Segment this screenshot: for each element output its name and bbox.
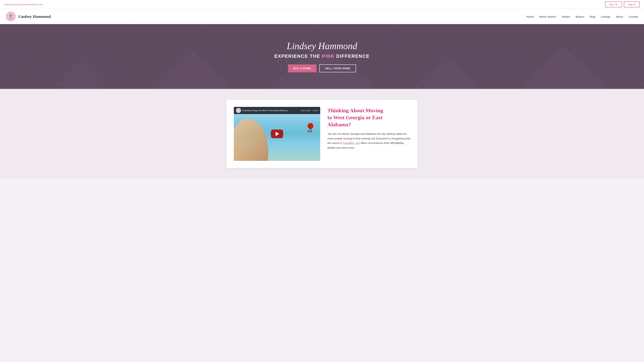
heading-line1: Thinking About Moving: [328, 107, 383, 113]
sign-in-button[interactable]: Sign In: [624, 1, 640, 7]
nav-home-search[interactable]: Home Search: [539, 15, 556, 18]
text-section: Thinking About Moving to West Georgia or…: [328, 107, 410, 150]
heading-line3: Alabama?: [328, 121, 351, 127]
main-content: Surprising Things You MUST Know Before M…: [0, 89, 644, 179]
hero-buttons: BUY A HOME SELL YOUR HOME: [274, 64, 370, 72]
hero-tagline: EXPERIENCE THE PINK DIFFERENCE: [274, 53, 370, 59]
nav-blog[interactable]: Blog: [590, 15, 596, 18]
logo-icon: [6, 11, 16, 21]
video-map-area: GA: [308, 123, 313, 133]
nav-home[interactable]: Home: [526, 15, 534, 18]
share-label[interactable]: Share: [313, 109, 318, 112]
video-channel-avatar: [236, 108, 241, 113]
heading-line2: to West Georgia or East: [328, 114, 382, 120]
tagline-pink: PINK: [322, 53, 334, 59]
tagline-prefix: EXPERIENCE THE: [274, 53, 322, 59]
svg-point-0: [9, 14, 12, 17]
carrollton-link[interactable]: Carrollton, GA: [343, 141, 360, 144]
logo-svg: [8, 13, 14, 20]
video-title: Surprising Things You MUST Know Before M…: [242, 109, 299, 112]
nav-listings[interactable]: Listings: [601, 15, 610, 18]
nav-buyers[interactable]: Buyers: [576, 15, 584, 18]
map-ga-label: GA: [308, 130, 313, 133]
video-controls: Watch later Share: [300, 109, 318, 112]
sign-up-button[interactable]: Sign Up: [605, 1, 622, 7]
section-heading: Thinking About Moving to West Georgia or…: [328, 107, 410, 128]
hero-section: Lindsey Hammond EXPERIENCE THE PINK DIFF…: [0, 24, 644, 89]
sell-home-button[interactable]: SELL YOUR HOME: [319, 64, 356, 72]
main-nav: Home Home Search Sellers Buyers Blog Lis…: [526, 15, 638, 18]
map-pin-icon: [306, 122, 314, 130]
hero-script-name: Lindsey Hammond: [274, 41, 370, 51]
nav-contact[interactable]: Contact: [628, 15, 638, 18]
site-title: Lindsey Hammond: [18, 14, 51, 19]
content-card: Surprising Things You MUST Know Before M…: [226, 100, 418, 168]
buy-home-button[interactable]: BUY A HOME: [288, 64, 316, 72]
email-link[interactable]: lindsey@lindseyhammondrealestate.com: [4, 3, 43, 6]
logo-area: Lindsey Hammond: [6, 11, 51, 21]
section-body: You are not alone! Georgia and Alabama a…: [328, 131, 410, 150]
tagline-suffix: DIFFERENCE: [334, 53, 370, 59]
top-bar: lindsey@lindseyhammondrealestate.com Sig…: [0, 0, 644, 9]
nav-sellers[interactable]: Sellers: [562, 15, 570, 18]
video-thumbnail[interactable]: Surprising Things You MUST Know Before M…: [234, 107, 320, 161]
nav-about[interactable]: About: [616, 15, 623, 18]
video-top-bar: Surprising Things You MUST Know Before M…: [234, 107, 320, 114]
watch-later-label[interactable]: Watch later: [300, 109, 310, 112]
site-header: Lindsey Hammond Home Home Search Sellers…: [0, 9, 644, 24]
hero-content: Lindsey Hammond EXPERIENCE THE PINK DIFF…: [274, 41, 370, 72]
youtube-play-button[interactable]: [271, 130, 283, 138]
video-container: Surprising Things You MUST Know Before M…: [234, 107, 320, 161]
auth-buttons: Sign Up Sign In: [605, 1, 640, 7]
